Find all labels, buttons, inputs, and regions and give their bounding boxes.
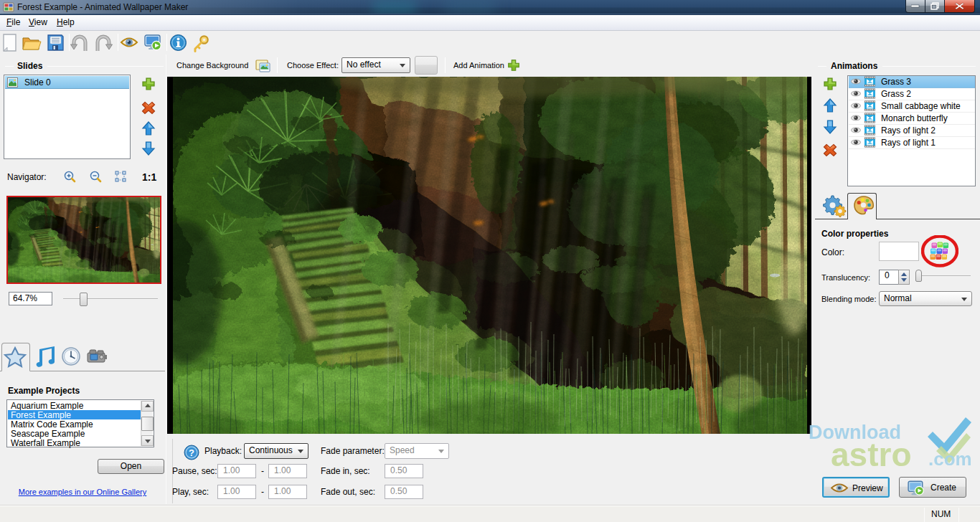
svg-text:astro: astro: [831, 436, 911, 473]
svg-text:.com: .com: [928, 448, 972, 470]
svg-text:Download: Download: [809, 422, 901, 443]
svg-text:?: ?: [189, 447, 194, 458]
